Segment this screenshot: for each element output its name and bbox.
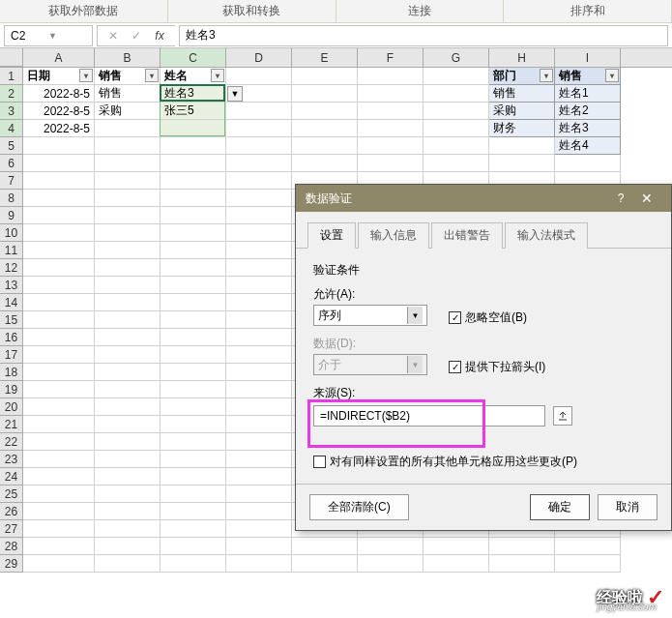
cell[interactable] bbox=[95, 155, 161, 172]
ribbon-group[interactable]: 获取和转换 bbox=[168, 0, 336, 22]
cell[interactable] bbox=[95, 364, 161, 381]
cell[interactable] bbox=[489, 555, 555, 573]
row-header[interactable]: 10 bbox=[0, 224, 23, 242]
cell[interactable] bbox=[23, 207, 95, 224]
row-header[interactable]: 17 bbox=[0, 346, 23, 364]
dropdown-checkbox[interactable]: ✓ bbox=[449, 361, 461, 373]
cell[interactable]: 销售▾ bbox=[555, 68, 621, 85]
cell[interactable]: 2022-8-5 bbox=[23, 120, 95, 137]
cell[interactable] bbox=[489, 137, 555, 155]
cell[interactable] bbox=[226, 520, 292, 538]
cell[interactable] bbox=[161, 398, 226, 416]
formula-input[interactable]: 姓名3 bbox=[179, 25, 668, 46]
allow-combo[interactable]: 序列 ▼ bbox=[313, 305, 427, 326]
cell[interactable] bbox=[23, 155, 95, 172]
cell[interactable] bbox=[23, 416, 95, 433]
cell[interactable] bbox=[23, 329, 95, 346]
column-header[interactable]: C bbox=[161, 48, 226, 67]
cell[interactable] bbox=[226, 277, 292, 294]
cell[interactable] bbox=[161, 433, 226, 451]
cell[interactable] bbox=[424, 137, 489, 155]
column-header[interactable]: I bbox=[555, 48, 621, 67]
cell[interactable] bbox=[292, 538, 358, 555]
cell[interactable] bbox=[161, 120, 226, 137]
cell[interactable] bbox=[292, 85, 358, 103]
row-header[interactable]: 18 bbox=[0, 364, 23, 381]
cell[interactable] bbox=[23, 381, 95, 398]
cell[interactable] bbox=[226, 451, 292, 468]
cell[interactable]: 销售 bbox=[489, 85, 555, 103]
cell[interactable]: 财务 bbox=[489, 120, 555, 137]
column-header[interactable]: D bbox=[226, 48, 292, 67]
cell[interactable] bbox=[226, 294, 292, 311]
cell[interactable] bbox=[23, 311, 95, 329]
cell[interactable] bbox=[95, 503, 161, 520]
cell[interactable] bbox=[226, 468, 292, 486]
cell[interactable]: 姓名▾ bbox=[161, 68, 226, 85]
cell[interactable] bbox=[292, 103, 358, 120]
cell[interactable] bbox=[95, 346, 161, 364]
cell[interactable]: 姓名3 bbox=[161, 85, 226, 103]
cell[interactable] bbox=[226, 538, 292, 555]
apply-others-checkbox[interactable] bbox=[313, 456, 326, 468]
cell[interactable]: 采购 bbox=[489, 103, 555, 120]
cell[interactable]: 姓名4 bbox=[555, 137, 621, 155]
filter-arrow-icon[interactable]: ▾ bbox=[79, 69, 93, 82]
cell[interactable] bbox=[161, 416, 226, 433]
row-header[interactable]: 8 bbox=[0, 190, 23, 207]
row-header[interactable]: 22 bbox=[0, 433, 23, 451]
cell[interactable] bbox=[424, 85, 489, 103]
column-header[interactable]: B bbox=[95, 48, 161, 67]
filter-arrow-icon[interactable]: ▾ bbox=[605, 69, 619, 82]
row-header[interactable]: 11 bbox=[0, 242, 23, 259]
cell[interactable] bbox=[95, 120, 161, 137]
filter-arrow-icon[interactable]: ▾ bbox=[540, 69, 553, 82]
cell[interactable] bbox=[226, 137, 292, 155]
cell[interactable] bbox=[226, 242, 292, 259]
row-header[interactable]: 14 bbox=[0, 294, 23, 311]
cell[interactable] bbox=[161, 520, 226, 538]
cell[interactable] bbox=[95, 451, 161, 468]
cell[interactable] bbox=[424, 103, 489, 120]
cell[interactable] bbox=[489, 155, 555, 172]
row-header[interactable]: 5 bbox=[0, 137, 23, 155]
cell[interactable] bbox=[95, 416, 161, 433]
cell[interactable] bbox=[95, 433, 161, 451]
row-header[interactable]: 6 bbox=[0, 155, 23, 172]
row-header[interactable]: 13 bbox=[0, 277, 23, 294]
cell[interactable] bbox=[161, 503, 226, 520]
cell[interactable] bbox=[555, 538, 621, 555]
cell[interactable] bbox=[23, 538, 95, 555]
cell[interactable]: 2022-8-5 bbox=[23, 103, 95, 120]
cell[interactable] bbox=[161, 172, 226, 190]
cell[interactable] bbox=[161, 190, 226, 207]
cell[interactable] bbox=[23, 277, 95, 294]
row-header[interactable]: 29 bbox=[0, 555, 23, 573]
row-header[interactable]: 19 bbox=[0, 381, 23, 398]
cell[interactable] bbox=[226, 503, 292, 520]
cell[interactable] bbox=[226, 311, 292, 329]
cell[interactable] bbox=[226, 486, 292, 503]
cell[interactable] bbox=[95, 486, 161, 503]
row-header[interactable]: 1 bbox=[0, 68, 23, 85]
cell[interactable]: 姓名3 bbox=[555, 120, 621, 137]
cell[interactable]: 姓名2 bbox=[555, 103, 621, 120]
cell[interactable] bbox=[292, 155, 358, 172]
cell[interactable] bbox=[292, 68, 358, 85]
fx-icon[interactable]: fx bbox=[148, 29, 171, 43]
cell[interactable] bbox=[226, 68, 292, 85]
cell[interactable] bbox=[226, 364, 292, 381]
tab-error-alert[interactable]: 出错警告 bbox=[431, 222, 503, 249]
cell[interactable] bbox=[23, 346, 95, 364]
filter-arrow-icon[interactable]: ▾ bbox=[145, 69, 159, 82]
select-all-corner[interactable] bbox=[0, 48, 23, 67]
cell[interactable] bbox=[95, 311, 161, 329]
cell[interactable] bbox=[23, 433, 95, 451]
row-header[interactable]: 24 bbox=[0, 468, 23, 486]
tab-settings[interactable]: 设置 bbox=[307, 222, 356, 249]
cell[interactable] bbox=[161, 381, 226, 398]
row-header[interactable]: 26 bbox=[0, 503, 23, 520]
cell[interactable] bbox=[161, 224, 226, 242]
cell[interactable] bbox=[95, 520, 161, 538]
cell[interactable] bbox=[161, 155, 226, 172]
